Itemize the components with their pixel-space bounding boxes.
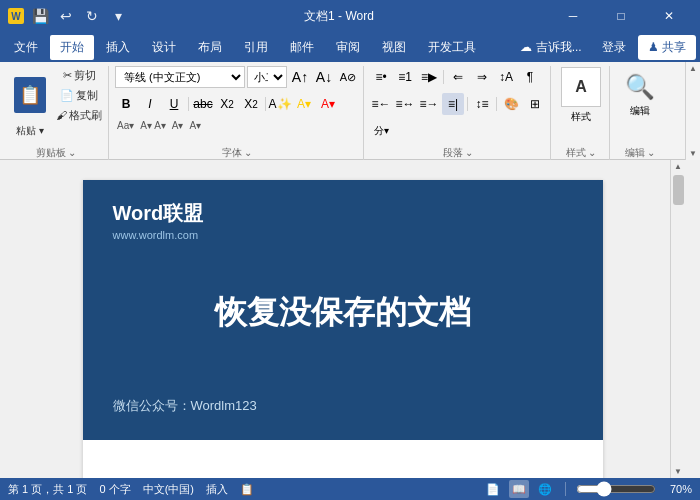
menu-mailings[interactable]: 邮件 (280, 35, 324, 60)
zoom-slider[interactable] (576, 482, 656, 496)
format-painter-button[interactable]: 🖌格式刷 (54, 106, 104, 124)
font-size-select[interactable]: 小二 二号 (247, 66, 287, 88)
copy-button[interactable]: 📄复制 (54, 86, 104, 104)
clear-format-button[interactable]: A⊘ (337, 66, 359, 88)
ribbon-scroll-down[interactable]: ▼ (689, 149, 697, 158)
cut-button[interactable]: ✂剪切 (54, 66, 104, 84)
subscript-button[interactable]: X2 (216, 93, 238, 115)
decrease-indent-button[interactable]: ⇐ (447, 66, 469, 88)
restore-button[interactable]: □ (598, 0, 644, 32)
app-icon: W (8, 8, 24, 24)
sep4 (467, 97, 468, 111)
styles-preview: A (561, 67, 601, 107)
italic-button[interactable]: I (139, 93, 161, 115)
menu-file[interactable]: 文件 (4, 35, 48, 60)
ribbon-scroll-area: ▲ ▼ (685, 62, 700, 160)
styles-label: 样式 (571, 110, 591, 124)
login-button[interactable]: 登录 (594, 35, 634, 60)
increase-indent-button[interactable]: ⇒ (471, 66, 493, 88)
styles-content: A 样式 (557, 66, 605, 144)
vertical-scrollbar[interactable]: ▲ ▼ (670, 160, 685, 478)
shading-button[interactable]: 🎨 (500, 93, 522, 115)
bold-button[interactable]: B (115, 93, 137, 115)
show-marks-button[interactable]: ¶ (519, 66, 541, 88)
menu-insert[interactable]: 插入 (96, 35, 140, 60)
strikethrough-button[interactable]: abc (192, 93, 214, 115)
customize-qat-button[interactable]: ▾ (108, 6, 128, 26)
clipboard-content: 📋 粘贴 ▾ ✂剪切 📄复制 🖌格式刷 (8, 66, 104, 144)
close-button[interactable]: ✕ (646, 0, 692, 32)
menu-bar: 文件 开始 插入 设计 布局 引用 邮件 审阅 视图 开发工具 ☁ 吉诉我...… (0, 32, 700, 62)
font-color-button[interactable]: A▾ (317, 93, 339, 115)
scroll-up-arrow[interactable]: ▲ (674, 162, 682, 171)
share-button[interactable]: ♟ 共享 (638, 35, 696, 60)
styles-gallery-button[interactable]: A 样式 (557, 66, 605, 124)
document-banner: Word联盟 www.wordlm.com 恢复没保存的文档 微信公众号：Wor… (83, 180, 603, 440)
read-mode-button[interactable]: 📖 (509, 480, 529, 498)
ribbon: 📋 粘贴 ▾ ✂剪切 📄复制 🖌格式刷 剪贴板 ⌄ 等线 (中文正文) (0, 62, 700, 160)
edit-button[interactable]: 🔍 编辑 (616, 66, 664, 124)
paste-label[interactable]: 粘贴 ▾ (16, 124, 44, 138)
document-page: Word联盟 www.wordlm.com 恢复没保存的文档 微信公众号：Wor… (83, 180, 603, 478)
separator2 (265, 97, 266, 111)
undo-button[interactable]: ↩ (56, 6, 76, 26)
window-title: 文档1 - Word (128, 8, 550, 25)
menu-review[interactable]: 审阅 (326, 35, 370, 60)
web-layout-button[interactable]: 🌐 (535, 480, 555, 498)
text-effect-button[interactable]: A✨ (269, 93, 291, 115)
paste-icon: 📋 (14, 77, 46, 113)
menu-layout[interactable]: 布局 (188, 35, 232, 60)
menu-developer[interactable]: 开发工具 (418, 35, 486, 60)
borders-button[interactable]: ⊞ (524, 93, 546, 115)
char-shading: A▾ (170, 120, 186, 131)
minimize-button[interactable]: ─ (550, 0, 596, 32)
menu-view[interactable]: 视图 (372, 35, 416, 60)
align-center-button[interactable]: ≡↔ (394, 93, 416, 115)
ribbon-group-styles: A 样式 样式 ⌄ (553, 66, 610, 162)
document-body[interactable] (83, 440, 603, 478)
title-bar-left: W 💾 ↩ ↻ ▾ (8, 6, 128, 26)
ribbon-group-edit: 🔍 编辑 编辑 ⌄ (612, 66, 668, 162)
chinese-layout[interactable]: 分▾ (370, 120, 392, 142)
print-layout-button[interactable]: 📄 (483, 480, 503, 498)
para-row-2: ≡← ≡↔ ≡→ ≡| ↕≡ 🎨 ⊞ (370, 93, 546, 115)
menu-references[interactable]: 引用 (234, 35, 278, 60)
align-right-button[interactable]: ≡→ (418, 93, 440, 115)
edit-label: 编辑 (630, 104, 650, 118)
superscript-button[interactable]: X2 (240, 93, 262, 115)
ribbon-scroll-up[interactable]: ▲ (689, 64, 697, 73)
paste-button[interactable]: 📋 (8, 66, 52, 124)
ribbon-group-clipboard: 📋 粘贴 ▾ ✂剪切 📄复制 🖌格式刷 剪贴板 ⌄ (4, 66, 109, 162)
menu-home[interactable]: 开始 (50, 35, 94, 60)
insert-mode: 插入 (206, 482, 228, 497)
line-spacing-button[interactable]: ↕≡ (471, 93, 493, 115)
edit-icon: 🔍 (625, 73, 655, 101)
scroll-thumb[interactable] (673, 175, 684, 205)
highlight-button[interactable]: A▾ (293, 93, 315, 115)
font-family-select[interactable]: 等线 (中文正文) (115, 66, 245, 88)
status-bar: 第 1 页，共 1 页 0 个字 中文(中国) 插入 📋 📄 📖 🌐 70% (0, 478, 700, 500)
save-button[interactable]: 💾 (30, 6, 50, 26)
numbering-button[interactable]: ≡1 (394, 66, 416, 88)
font-increase-button[interactable]: A↑ (289, 66, 311, 88)
justify-button[interactable]: ≡| (442, 93, 464, 115)
font-decrease-button[interactable]: A↓ (313, 66, 335, 88)
bullets-button[interactable]: ≡• (370, 66, 392, 88)
tell-me-button[interactable]: ☁ 吉诉我... (512, 35, 589, 60)
align-left-button[interactable]: ≡← (370, 93, 392, 115)
edit-content: 🔍 编辑 (616, 66, 664, 144)
sep3 (443, 70, 444, 84)
sort-button[interactable]: ↕A (495, 66, 517, 88)
window-controls: ─ □ ✕ (550, 0, 692, 32)
menu-design[interactable]: 设计 (142, 35, 186, 60)
redo-button[interactable]: ↻ (82, 6, 102, 26)
scroll-down-arrow[interactable]: ▼ (674, 467, 682, 476)
font-size-extra: A▾ A▾ (138, 120, 168, 131)
status-right-area: 📄 📖 🌐 70% (483, 480, 692, 498)
char-border: A▾ (187, 120, 203, 131)
word-count: 0 个字 (99, 482, 130, 497)
zoom-level: 70% (662, 483, 692, 495)
underline-button[interactable]: U (163, 93, 185, 115)
multilevel-button[interactable]: ≡▶ (418, 66, 440, 88)
document-main-title: 恢复没保存的文档 (113, 291, 573, 335)
